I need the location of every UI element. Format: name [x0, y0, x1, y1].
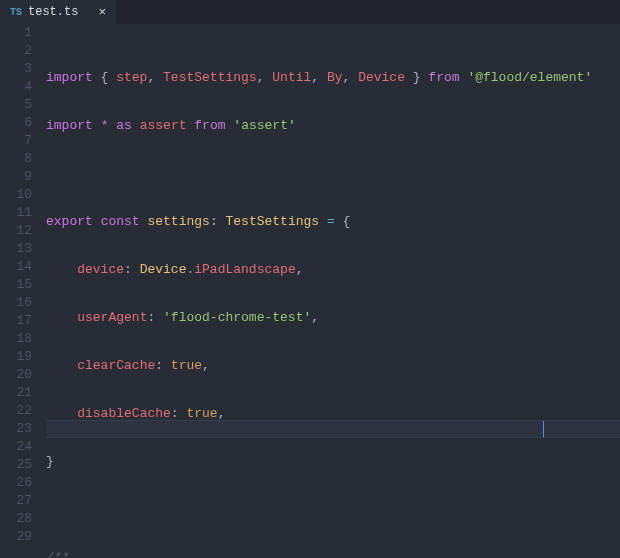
line-number: 11 [0, 204, 32, 222]
line-number: 19 [0, 348, 32, 366]
line-number: 27 [0, 492, 32, 510]
line-number: 9 [0, 168, 32, 186]
line-number: 13 [0, 240, 32, 258]
line-number: 2 [0, 42, 32, 60]
line-number: 12 [0, 222, 32, 240]
active-line-highlight [46, 420, 620, 438]
tab-test-ts[interactable]: TS test.ts × [0, 0, 116, 24]
line-number-gutter: 1234567891011121314151617181920212223242… [0, 24, 46, 558]
line-number: 15 [0, 276, 32, 294]
line-number: 22 [0, 402, 32, 420]
line-number: 21 [0, 384, 32, 402]
line-number: 24 [0, 438, 32, 456]
line-number: 18 [0, 330, 32, 348]
line-number: 16 [0, 294, 32, 312]
line-number: 25 [0, 456, 32, 474]
line-number: 5 [0, 96, 32, 114]
typescript-icon: TS [10, 7, 22, 18]
tab-bar: TS test.ts × [0, 0, 620, 24]
line-number: 20 [0, 366, 32, 384]
line-number: 17 [0, 312, 32, 330]
line-number: 28 [0, 510, 32, 528]
code-area[interactable]: import { step, TestSettings, Until, By, … [46, 24, 620, 558]
line-number: 4 [0, 78, 32, 96]
line-number: 29 [0, 528, 32, 546]
close-icon[interactable]: × [98, 5, 106, 20]
line-number: 1 [0, 24, 32, 42]
cursor [543, 421, 544, 437]
line-number: 8 [0, 150, 32, 168]
line-number: 7 [0, 132, 32, 150]
editor[interactable]: 1234567891011121314151617181920212223242… [0, 24, 620, 558]
line-number: 26 [0, 474, 32, 492]
line-number: 23 [0, 420, 32, 438]
line-number: 6 [0, 114, 32, 132]
line-number: 3 [0, 60, 32, 78]
line-number: 14 [0, 258, 32, 276]
tab-filename: test.ts [28, 5, 78, 19]
line-number: 10 [0, 186, 32, 204]
